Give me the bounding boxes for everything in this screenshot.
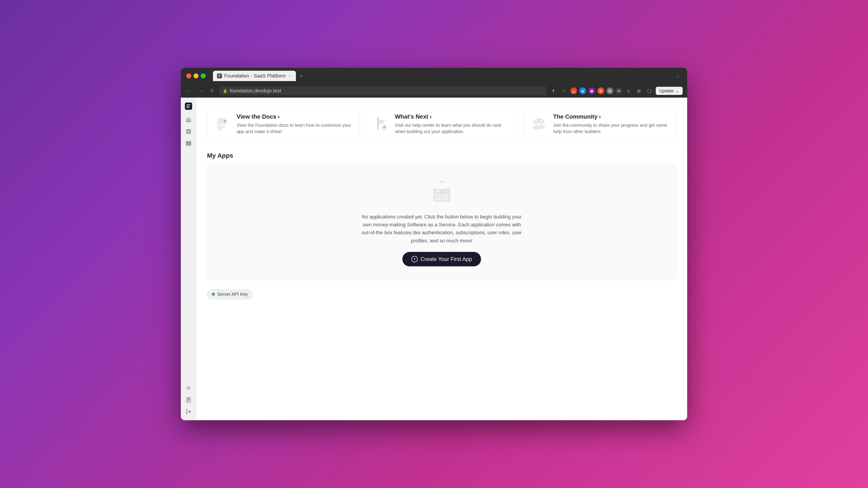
my-apps-title: My Apps	[207, 152, 676, 159]
api-key-label: Server API Key	[217, 292, 248, 297]
svg-rect-2	[189, 129, 191, 131]
sidebar-item-apps[interactable]	[184, 127, 193, 136]
bookmark-icon[interactable]: ☆	[560, 87, 568, 95]
svg-rect-19	[379, 123, 383, 123]
close-traffic-light[interactable]	[186, 73, 191, 78]
browser-window: F Foundation - SaaS Platform × + ⌄ ← → ↻…	[181, 68, 687, 420]
svg-rect-9	[187, 398, 190, 402]
svg-line-27	[442, 181, 443, 182]
svg-point-24	[539, 125, 545, 129]
sidebar-item-logout[interactable]	[184, 407, 193, 417]
ext-icon-3[interactable]: ◉	[588, 88, 595, 94]
community-illustration	[530, 115, 548, 133]
update-button[interactable]: Update ⌄	[656, 87, 683, 95]
forward-button[interactable]: →	[197, 87, 205, 95]
tab-title: Foundation - SaaS Platform	[224, 73, 285, 79]
apps-empty-state: No applications created yet. Click the b…	[207, 165, 676, 280]
sidebar-item-home[interactable]	[184, 115, 193, 125]
svg-point-16	[224, 121, 225, 122]
tab-close-button[interactable]: ×	[288, 74, 292, 78]
empty-state-text: No applications created yet. Click the b…	[360, 213, 523, 245]
maximize-traffic-light[interactable]	[201, 73, 206, 78]
new-tab-button[interactable]: +	[297, 72, 305, 80]
address-bar: ← → ↻ 🔒 foundation.devdojo.test ⬆ ☆ 🦊 ◈ …	[181, 84, 687, 98]
profile-icon[interactable]: ◯	[645, 87, 653, 95]
lock-icon: 🔒	[223, 89, 227, 93]
feature-card-next[interactable]: What's Next › Visit our help center to l…	[365, 107, 518, 141]
main-content: View the Docs › View the Foundation docs…	[181, 98, 687, 420]
feature-card-community[interactable]: The Community › Join the community to sh…	[524, 107, 676, 141]
ext-icon-2[interactable]: ◈	[579, 88, 586, 94]
back-button[interactable]: ←	[185, 87, 193, 95]
next-card-title: What's Next ›	[395, 113, 512, 120]
svg-point-22	[540, 119, 544, 123]
svg-point-21	[534, 120, 539, 124]
update-chevron-icon: ⌄	[675, 88, 679, 94]
page-content: View the Docs › View the Foundation docs…	[196, 98, 687, 420]
svg-rect-5	[186, 141, 191, 142]
next-card-description: Visit our help center to learn what you …	[395, 122, 512, 135]
next-illustration	[372, 115, 390, 133]
svg-point-8	[188, 387, 189, 389]
community-card-title: The Community ›	[553, 113, 670, 120]
svg-rect-1	[186, 129, 188, 131]
tab-favicon: F	[217, 73, 222, 78]
chevron-down-icon[interactable]: ⌄	[674, 72, 682, 80]
svg-point-25	[538, 118, 540, 120]
sidebar-item-settings[interactable]	[184, 383, 193, 393]
feature-cards: View the Docs › View the Foundation docs…	[207, 107, 676, 141]
ext-icon-4[interactable]: ⊕	[597, 88, 604, 94]
sidebar	[181, 98, 196, 420]
browser-actions: ⬆ ☆ 🦊 ◈ ◉ ⊕ ⊞ ✦ ⧖ ▥ ◯ Update ⌄	[550, 87, 683, 95]
traffic-lights	[186, 73, 206, 78]
tab-bar: F Foundation - SaaS Platform × +	[213, 71, 305, 81]
svg-line-28	[444, 182, 445, 183]
sidebar-bottom	[184, 383, 193, 417]
active-tab[interactable]: F Foundation - SaaS Platform ×	[213, 71, 296, 81]
svg-rect-6	[186, 143, 191, 144]
ext-icon-1[interactable]: 🦊	[570, 88, 577, 94]
reload-button[interactable]: ↻	[208, 87, 216, 95]
sidebar-item-server[interactable]	[184, 138, 193, 148]
feature-card-docs[interactable]: View the Docs › View the Foundation docs…	[207, 107, 360, 141]
url-display: foundation.devdojo.test	[230, 88, 281, 94]
title-bar: F Foundation - SaaS Platform × + ⌄	[181, 68, 687, 84]
ext-icon-5[interactable]: ⊞	[607, 88, 613, 94]
empty-box-illustration	[428, 178, 455, 205]
community-card-description: Join the community to share your progres…	[553, 122, 670, 135]
docs-card-content: View the Docs › View the Foundation docs…	[237, 113, 353, 135]
svg-rect-7	[186, 144, 191, 145]
docs-card-description: View the Foundation docs to learn how to…	[237, 122, 353, 135]
update-label: Update	[659, 88, 674, 94]
svg-rect-4	[189, 132, 191, 133]
svg-rect-17	[377, 117, 379, 130]
docs-illustration	[214, 115, 232, 133]
create-first-app-button[interactable]: + Create Your First App	[402, 252, 481, 266]
server-api-key-badge[interactable]: Server API Key	[207, 289, 253, 299]
sidebar-toggle-icon[interactable]: ▥	[635, 87, 643, 95]
api-status-dot	[212, 293, 215, 296]
docs-card-title: View the Docs ›	[237, 113, 353, 120]
extensions-icon[interactable]: ⧖	[625, 87, 633, 95]
svg-rect-18	[379, 121, 384, 122]
svg-line-26	[440, 181, 441, 183]
address-field[interactable]: 🔒 foundation.devdojo.test	[219, 86, 546, 95]
ext-icon-6[interactable]: ✦	[616, 88, 622, 94]
next-card-content: What's Next › Visit our help center to l…	[395, 113, 512, 135]
share-icon[interactable]: ⬆	[550, 87, 558, 95]
create-btn-label: Create Your First App	[421, 256, 472, 262]
svg-rect-3	[186, 132, 188, 133]
minimize-traffic-light[interactable]	[193, 73, 198, 78]
sidebar-logo	[184, 101, 193, 111]
svg-point-23	[533, 126, 539, 129]
sidebar-item-docs[interactable]	[184, 395, 193, 405]
plus-circle-icon: +	[411, 256, 418, 262]
community-card-content: The Community › Join the community to sh…	[553, 113, 670, 135]
